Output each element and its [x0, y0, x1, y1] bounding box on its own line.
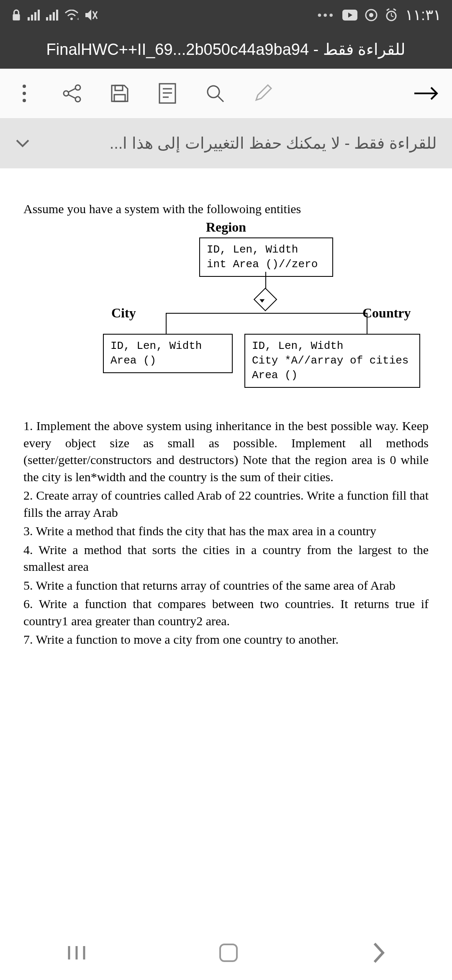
status-clock: ١١:٣١: [405, 6, 441, 24]
document-content: Assume you have a system with the follow…: [0, 168, 452, 667]
svg-line-36: [218, 96, 223, 102]
status-left: +: [11, 9, 98, 21]
gear-circle-icon: [365, 9, 378, 21]
search-button[interactable]: [203, 82, 227, 105]
question-item: 3. Write a method that finds the city th…: [23, 523, 429, 540]
svg-line-27: [68, 88, 76, 92]
label-country: Country: [362, 305, 411, 321]
status-bar: + ••• ١١:٣١: [0, 0, 452, 30]
svg-point-24: [75, 85, 80, 90]
back-button[interactable]: [413, 85, 439, 102]
lock-icon: [11, 9, 22, 21]
connector-line: [166, 313, 167, 334]
svg-rect-7: [53, 12, 55, 21]
edit-button[interactable]: [251, 82, 275, 105]
readonly-banner[interactable]: للقراءة فقط - لا يمكنك حفظ التغييرات إلى…: [0, 118, 452, 168]
more-icon: •••: [318, 8, 335, 22]
svg-rect-1: [28, 17, 30, 21]
title-bar: للقراءة فقط - FinalHWC++II_69...2b050c44…: [0, 30, 452, 69]
connector-line: [166, 313, 367, 314]
svg-line-19: [387, 9, 389, 10]
overflow-button[interactable]: [13, 82, 36, 105]
reading-mode-button[interactable]: [156, 82, 179, 105]
label-city: City: [111, 305, 136, 321]
svg-line-18: [391, 16, 393, 17]
box-country: ID, Len, Width City *A//array of cities …: [244, 334, 420, 388]
alarm-icon: [385, 8, 398, 22]
svg-rect-0: [13, 14, 20, 21]
signal-icon-2: [46, 10, 59, 21]
svg-line-28: [68, 95, 76, 98]
uml-diagram: ID, Len, Width int Area ()//zero City Co…: [23, 237, 429, 397]
banner-text: للقراءة فقط - لا يمكنك حفظ التغييرات إلى…: [110, 134, 437, 152]
chevron-down-icon: [15, 139, 30, 148]
svg-point-26: [75, 97, 80, 102]
svg-point-35: [208, 86, 219, 98]
home-button[interactable]: [219, 944, 238, 962]
youtube-icon: [342, 10, 357, 21]
intro-text: Assume you have a system with the follow…: [23, 202, 429, 216]
status-right: ••• ١١:٣١: [318, 6, 441, 24]
share-button[interactable]: [60, 82, 84, 105]
signal-icon: [28, 10, 40, 21]
svg-text:+: +: [77, 17, 79, 21]
svg-line-20: [393, 9, 396, 10]
svg-point-15: [369, 13, 373, 17]
question-item: 7. Write a function to move a city from …: [23, 631, 429, 648]
question-item: 1. Implement the above system using inhe…: [23, 418, 429, 485]
svg-point-21: [23, 85, 26, 88]
svg-rect-3: [34, 12, 36, 21]
svg-point-23: [23, 99, 26, 102]
save-button[interactable]: [108, 82, 131, 105]
svg-rect-2: [31, 15, 33, 21]
svg-rect-6: [49, 15, 51, 21]
question-item: 4. Write a method that sorts the cities …: [23, 542, 429, 575]
svg-point-25: [64, 91, 69, 96]
svg-rect-30: [114, 95, 125, 101]
question-item: 5. Write a function that returns array o…: [23, 577, 429, 594]
question-item: 6. Write a function that compares betwee…: [23, 596, 429, 629]
question-item: 2. Create array of countries called Arab…: [23, 487, 429, 521]
region-title: Region: [23, 219, 429, 235]
svg-rect-4: [38, 10, 40, 21]
box-city: ID, Len, Width Area (): [103, 334, 233, 373]
mute-icon: [85, 9, 98, 21]
toolbar: [0, 69, 452, 118]
inheritance-diamond-icon: [254, 288, 277, 312]
svg-rect-5: [46, 17, 48, 21]
box-region: ID, Len, Width int Area ()//zero: [199, 237, 333, 277]
svg-point-9: [70, 18, 73, 20]
document-title: للقراءة فقط - FinalHWC++II_69...2b050c44…: [46, 40, 406, 59]
svg-rect-29: [115, 85, 123, 90]
svg-rect-8: [56, 10, 58, 21]
system-nav-bar: [0, 926, 452, 980]
questions-list: 1. Implement the above system using inhe…: [23, 418, 429, 648]
recent-apps-button[interactable]: [67, 944, 87, 962]
wifi-icon: +: [64, 10, 79, 21]
nav-back-button[interactable]: [370, 942, 385, 964]
svg-point-22: [23, 92, 26, 95]
